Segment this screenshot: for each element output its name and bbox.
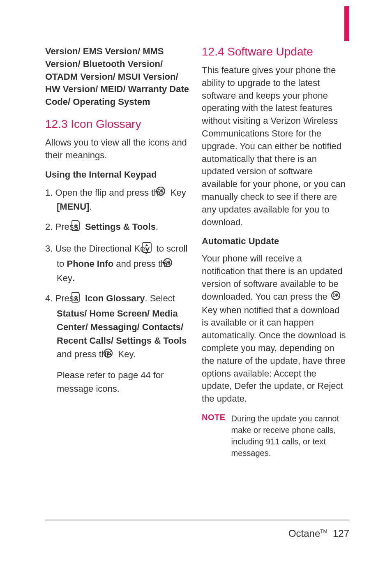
subhead-keypad: Using the Internal Keypad <box>45 169 190 180</box>
version-list: Version/ EMS Version/ MMS Version/ Bluet… <box>45 45 190 109</box>
step-2-text-c: . <box>156 222 158 232</box>
note-label: NOTE <box>202 413 226 459</box>
svg-text:OK: OK <box>164 260 171 265</box>
step-1-menu: [MENU] <box>57 201 89 212</box>
heading-12-4: 12.4 Software Update <box>202 45 347 58</box>
step-2: 2. Press 9 Settings & Tools. <box>45 220 190 235</box>
refer-text: Please refer to page 44 for message icon… <box>45 368 190 395</box>
svg-marker-4 <box>145 244 148 246</box>
intro-12-3: Allows you to view all the icons and the… <box>45 136 190 162</box>
page-edge-marker <box>344 6 349 41</box>
step-2-settings: Settings & Tools <box>85 222 156 232</box>
step-3: 3. Use the Directional Key to scroll to … <box>45 242 190 285</box>
device-name: Octane <box>288 528 320 539</box>
intro-12-4: This feature gives your phone the abilit… <box>202 64 347 229</box>
page-number: 127 <box>333 528 349 539</box>
step-1-text-b: Key <box>171 187 186 198</box>
svg-text:OK: OK <box>332 293 339 298</box>
svg-marker-5 <box>145 249 148 251</box>
heading-12-3: 12.3 Icon Glossary <box>45 118 190 131</box>
note-text: During the update you cannot make or rec… <box>231 413 347 459</box>
step-4-text-b: . Select <box>145 293 175 303</box>
step-3-phoneinfo: Phone Info <box>67 259 113 269</box>
step-1-text-c: . <box>89 201 92 212</box>
step-4-icon-glossary: Icon Glossary <box>85 293 145 303</box>
step-3-text-d: Key <box>57 273 72 283</box>
svg-text:3: 3 <box>74 295 77 301</box>
step-3-text-e: . <box>72 273 75 283</box>
note-block: NOTE During the update you cannot make o… <box>202 413 347 459</box>
svg-text:OK: OK <box>157 189 164 193</box>
svg-rect-3 <box>142 243 151 252</box>
right-column: 12.4 Software Update This feature gives … <box>202 45 347 459</box>
step-4-selects: Status/ Home Screen/ Media Center/ Messa… <box>57 308 187 346</box>
step-1-text-a: 1. Open the flip and press the <box>45 187 166 198</box>
svg-text:9: 9 <box>74 223 77 229</box>
step-3-text-a: 3. Use the Directional Key <box>45 244 152 254</box>
ok-key-icon: OK <box>331 291 341 304</box>
left-column: Version/ EMS Version/ MMS Version/ Bluet… <box>45 45 190 459</box>
step-4-text-d: Key. <box>118 349 136 359</box>
svg-text:OK: OK <box>105 351 112 355</box>
step-1: 1. Open the flip and press the OK Key [M… <box>45 186 190 214</box>
auto-text-a: Your phone will receive a notification t… <box>202 253 342 302</box>
step-4: 4. Press 3 Icon Glossary. Select Status/… <box>45 291 190 362</box>
auto-update-text: Your phone will receive a notification t… <box>202 252 347 405</box>
page-footer: OctaneTM 127 <box>45 520 349 539</box>
auto-text-b: Key when notified that a download is ava… <box>202 305 346 404</box>
trademark-symbol: TM <box>320 529 327 534</box>
subhead-auto-update: Automatic Update <box>202 236 347 247</box>
page-content: Version/ EMS Version/ MMS Version/ Bluet… <box>0 0 392 459</box>
